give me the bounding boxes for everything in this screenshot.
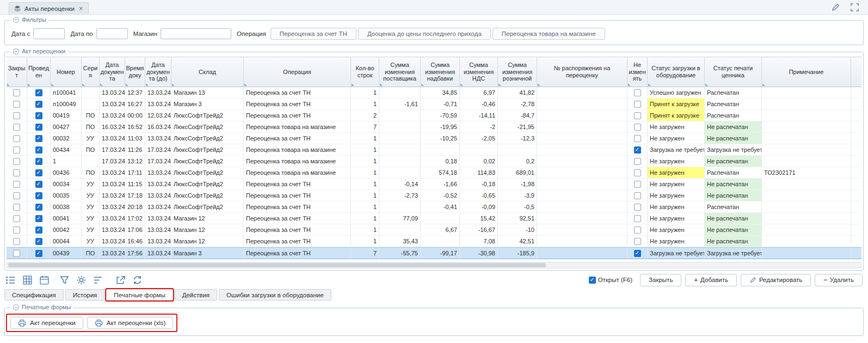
posted-checkbox[interactable] xyxy=(35,215,42,222)
no_change-checkbox[interactable] xyxy=(634,124,641,131)
export-icon[interactable] xyxy=(115,275,126,285)
closed-checkbox[interactable] xyxy=(13,238,20,245)
no_change-checkbox[interactable] xyxy=(634,89,641,96)
horizontal-scrollbar[interactable] xyxy=(7,262,861,268)
table-row[interactable]: 00035УУ13.03.2417:1813.03.24ЛюксСофтТрей… xyxy=(7,190,861,201)
tab-history[interactable]: История xyxy=(65,289,105,301)
posted-checkbox[interactable] xyxy=(35,135,42,142)
closed-checkbox[interactable] xyxy=(13,158,20,165)
posted-checkbox[interactable] xyxy=(35,146,42,154)
column-header-series[interactable]: Серия xyxy=(82,57,100,87)
column-header-number[interactable]: Номер xyxy=(51,57,82,87)
column-header-doc_date_to[interactable]: Дата документа (до) xyxy=(145,57,171,87)
no_change-checkbox[interactable] xyxy=(634,250,641,257)
closed-checkbox[interactable] xyxy=(13,124,20,131)
posted-checkbox[interactable] xyxy=(35,181,42,188)
column-header-doc_date[interactable]: Дата документа xyxy=(100,57,125,87)
operation-filter-button[interactable]: Переоценка за счет ТН xyxy=(270,28,356,40)
posted-checkbox[interactable] xyxy=(35,169,42,176)
no_change-checkbox[interactable] xyxy=(634,135,641,142)
fullscreen-icon[interactable] xyxy=(850,3,859,12)
tab-print-forms[interactable]: Печатные формы xyxy=(106,289,173,301)
checkbox-checked-icon[interactable] xyxy=(589,277,596,284)
closed-checkbox[interactable] xyxy=(13,215,20,222)
settings-icon[interactable] xyxy=(76,275,87,285)
column-header-closed[interactable]: Закрыт xyxy=(7,57,27,87)
closed-checkbox[interactable] xyxy=(13,89,20,96)
calendar-icon[interactable] xyxy=(39,275,50,285)
tab-close-icon[interactable]: × xyxy=(79,5,83,12)
table-row[interactable]: 00434ПО17.03.2411:2617.03.24ЛюксСофтТрей… xyxy=(7,144,861,156)
table-row[interactable]: 00044УУ13.03.2416:4613.03.24Магазин 12Пе… xyxy=(7,236,861,247)
list-view-icon[interactable] xyxy=(5,275,16,285)
tab-load-errors[interactable]: Ошибки загрузки в оборудование xyxy=(219,289,331,301)
collapse-grid-icon[interactable] xyxy=(13,48,19,54)
no_change-checkbox[interactable] xyxy=(634,158,641,165)
table-row[interactable]: 117.03.2413:1217.03.24ЛюксСофтТрейд2Пере… xyxy=(7,156,861,167)
table-row[interactable]: п10004913.03.2416:2713.03.24Магазин 3Пер… xyxy=(7,99,861,110)
table-row[interactable]: 00038УУ13.03.2420:1813.03.24ЛюксСофтТрей… xyxy=(7,201,861,213)
open-f6-checkbox[interactable]: Открыт (F6) xyxy=(589,277,632,284)
column-header-sum_vat[interactable]: Сумма изменения НДС xyxy=(460,57,498,87)
closed-checkbox[interactable] xyxy=(13,112,20,119)
table-row[interactable]: п10004113.03.2412:3713.03.24Магазин 13Пе… xyxy=(7,87,861,99)
no_change-checkbox[interactable] xyxy=(634,226,641,234)
table-row[interactable]: 00032УУ13.03.2411:0313.03.24ЛюксСофтТрей… xyxy=(7,133,861,144)
posted-checkbox[interactable] xyxy=(35,192,42,199)
delete-button[interactable]: −Удалить xyxy=(815,274,863,286)
no_change-checkbox[interactable] xyxy=(634,181,641,188)
closed-checkbox[interactable] xyxy=(13,226,20,234)
closed-checkbox[interactable] xyxy=(13,192,20,199)
add-button[interactable]: +Добавить xyxy=(685,274,737,286)
operation-filter-button[interactable]: Переоценка товара на магазине xyxy=(493,28,605,40)
filter-icon[interactable] xyxy=(59,275,70,285)
print-act-button[interactable]: Акт переоценки xyxy=(10,317,83,329)
no_change-checkbox[interactable] xyxy=(634,204,641,211)
scrollbar-thumb[interactable] xyxy=(8,263,546,267)
table-row[interactable]: 00419ПО13.03.2400:0012.03.24ЛюксСофтТрей… xyxy=(7,110,861,121)
table-row[interactable]: 00042УУ13.03.2417:0613.03.24Магазин 12Пе… xyxy=(7,224,861,236)
posted-checkbox[interactable] xyxy=(35,238,42,245)
print-act-xls-button[interactable]: Акт переоценки (xls) xyxy=(87,317,174,329)
column-header-warehouse[interactable]: Склад xyxy=(171,57,244,87)
column-header-sum_supplier[interactable]: Сумма изменения поставщика xyxy=(379,57,421,87)
grid-view-icon[interactable] xyxy=(22,275,33,285)
collapse-print-forms-icon[interactable] xyxy=(13,304,19,310)
close-button[interactable]: Закрыть xyxy=(640,274,681,286)
closed-checkbox[interactable] xyxy=(13,250,20,257)
no_change-checkbox[interactable] xyxy=(634,101,641,108)
column-header-no_change[interactable]: Не изменять xyxy=(627,57,648,87)
closed-checkbox[interactable] xyxy=(13,181,20,188)
no_change-checkbox[interactable] xyxy=(634,169,641,176)
tab-actions[interactable]: Действия xyxy=(175,289,217,301)
closed-checkbox[interactable] xyxy=(13,101,20,108)
closed-checkbox[interactable] xyxy=(13,146,20,154)
posted-checkbox[interactable] xyxy=(35,112,42,119)
table-row[interactable]: 00427ПО16.03.2416:5216.03.24ЛюксСофтТрей… xyxy=(7,121,861,133)
column-header-sum_markup[interactable]: Сумма изменения надбавки xyxy=(421,57,460,87)
column-header-print_status[interactable]: Статус печати ценника xyxy=(705,57,762,87)
column-header-sum_retail[interactable]: Сумма изменения розничной xyxy=(498,57,537,87)
table-row[interactable]: 00436ПО13.03.2417:1113.03.24ЛюксСофтТрей… xyxy=(7,167,861,179)
refresh-icon[interactable] xyxy=(132,275,143,285)
posted-checkbox[interactable] xyxy=(35,158,42,165)
table-row[interactable]: 00041УУ13.03.2417:0213.03.24Магазин 12Пе… xyxy=(7,213,861,224)
column-header-posted[interactable]: Проведен xyxy=(27,57,51,87)
column-header-line_count[interactable]: Кол-во строк xyxy=(351,57,379,87)
posted-checkbox[interactable] xyxy=(35,204,42,211)
date-from-input[interactable] xyxy=(33,28,65,39)
edit-pencil-icon[interactable] xyxy=(831,3,840,12)
date-to-input[interactable] xyxy=(96,28,128,39)
posted-checkbox[interactable] xyxy=(35,89,42,96)
column-header-doc_time[interactable]: Время доку xyxy=(125,57,145,87)
posted-checkbox[interactable] xyxy=(35,250,42,257)
column-header-operation[interactable]: Операция xyxy=(244,57,351,87)
collapse-filters-icon[interactable] xyxy=(13,17,19,23)
closed-checkbox[interactable] xyxy=(13,169,20,176)
posted-checkbox[interactable] xyxy=(35,124,42,131)
edit-button[interactable]: Редактировать xyxy=(741,274,811,286)
column-header-note[interactable]: Примечание xyxy=(762,57,851,87)
table-row[interactable]: 00034УУ13.03.2411:1513.03.24ЛюксСофтТрей… xyxy=(7,179,861,190)
tab-specification[interactable]: Спецификация xyxy=(4,289,64,301)
store-input[interactable] xyxy=(161,28,231,39)
